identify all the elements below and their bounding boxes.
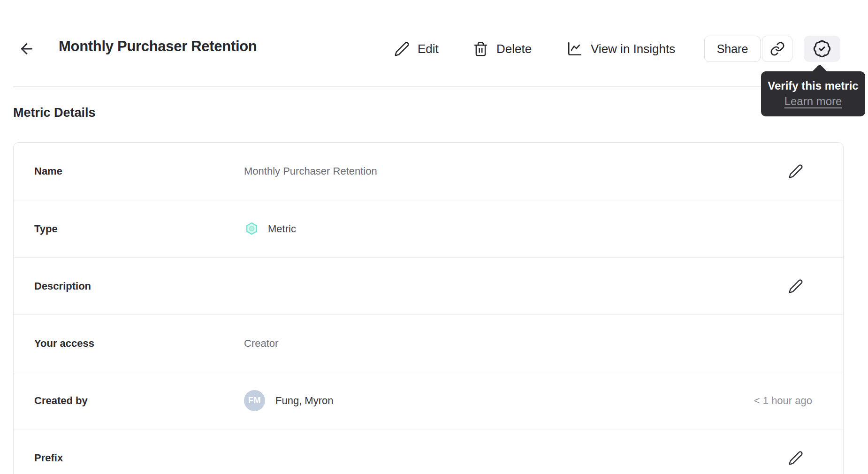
delete-button-label: Delete	[496, 42, 532, 56]
page-header: Monthly Purchaser Retention Edit Delete …	[0, 36, 868, 62]
arrow-left-icon	[18, 40, 35, 57]
metric-details-card: Name Monthly Purchaser Retention Type Me…	[13, 142, 844, 474]
metric-hexagon-icon	[244, 221, 259, 237]
row-your-access-label: Your access	[34, 337, 244, 350]
row-name: Name Monthly Purchaser Retention	[14, 143, 843, 200]
back-button[interactable]	[16, 38, 38, 59]
edit-description-button[interactable]	[787, 278, 804, 295]
row-your-access-value: Creator	[244, 337, 812, 350]
row-name-label: Name	[34, 165, 244, 177]
pencil-icon	[788, 279, 803, 294]
header-divider	[13, 86, 855, 87]
page-title: Monthly Purchaser Retention	[59, 38, 257, 55]
pencil-icon	[394, 41, 410, 57]
row-created-by-label: Created by	[34, 395, 244, 407]
badge-check-icon	[813, 39, 831, 58]
row-created-by: Created by FM Fung, Myron < 1 hour ago	[14, 372, 843, 429]
view-in-insights-label: View in Insights	[591, 42, 675, 56]
trash-icon	[473, 41, 488, 57]
share-button-label: Share	[717, 42, 748, 56]
edit-button-label: Edit	[418, 42, 439, 56]
row-type: Type Metric	[14, 200, 843, 257]
learn-more-link[interactable]: Learn more	[784, 93, 842, 109]
row-prefix: Prefix	[14, 429, 843, 474]
row-type-label: Type	[34, 223, 244, 235]
row-description: Description	[14, 257, 843, 314]
edit-name-button[interactable]	[787, 163, 804, 180]
avatar: FM	[244, 390, 265, 411]
link-icon	[770, 41, 785, 56]
share-button[interactable]: Share	[704, 36, 761, 62]
creator-name: Fung, Myron	[275, 395, 334, 407]
tooltip-title: Verify this metric	[766, 78, 860, 93]
copy-link-button[interactable]	[762, 36, 792, 62]
row-type-value: Metric	[268, 223, 296, 235]
line-chart-icon	[567, 41, 583, 57]
verify-metric-button[interactable]	[804, 36, 840, 62]
pencil-icon	[788, 451, 803, 466]
edit-prefix-button[interactable]	[787, 450, 804, 466]
view-in-insights-button[interactable]: View in Insights	[567, 36, 675, 62]
pencil-icon	[788, 164, 803, 179]
verify-tooltip: Verify this metric Learn more	[761, 71, 865, 116]
edit-button[interactable]: Edit	[394, 36, 439, 62]
delete-button[interactable]: Delete	[473, 36, 532, 62]
row-name-value: Monthly Purchaser Retention	[244, 165, 787, 177]
row-prefix-label: Prefix	[34, 452, 244, 464]
created-timestamp: < 1 hour ago	[754, 395, 812, 407]
section-title: Metric Details	[13, 106, 96, 120]
row-description-label: Description	[34, 280, 244, 292]
row-your-access: Your access Creator	[14, 314, 843, 372]
